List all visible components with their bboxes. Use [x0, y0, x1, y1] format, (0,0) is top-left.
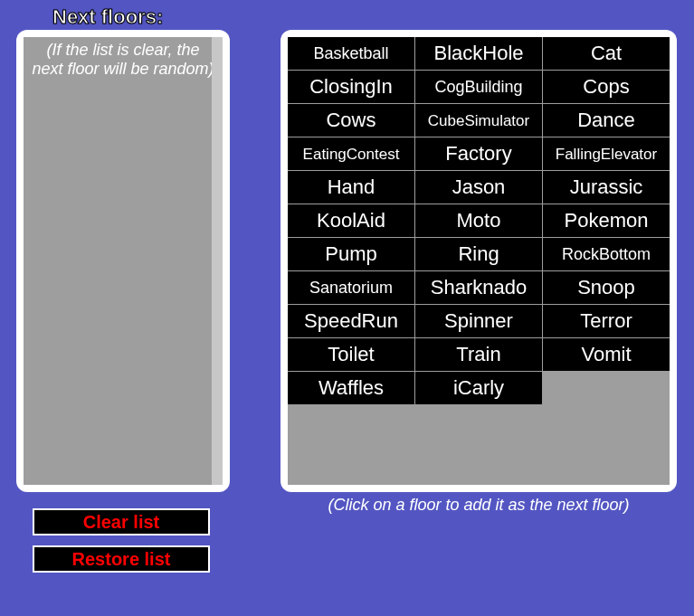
floor-option[interactable]: Sharknado: [415, 271, 542, 304]
floor-option[interactable]: BlackHole: [415, 37, 542, 70]
floor-option[interactable]: Hand: [288, 171, 414, 204]
page-title: Next floors:: [52, 5, 694, 29]
queue-panel: (If the list is clear, the next floor wi…: [16, 30, 230, 492]
queue-list: (If the list is clear, the next floor wi…: [24, 37, 223, 485]
floor-option[interactable]: Waffles: [288, 372, 414, 404]
floor-option[interactable]: Snoop: [543, 271, 670, 304]
floor-option[interactable]: Pokemon: [543, 204, 670, 237]
floor-option[interactable]: Pump: [288, 238, 414, 270]
floor-option[interactable]: Cops: [543, 71, 670, 103]
floor-option[interactable]: Jurassic: [543, 171, 670, 204]
floor-option[interactable]: FallingElevator: [543, 137, 670, 170]
floor-option[interactable]: Terror: [543, 305, 670, 337]
floor-option[interactable]: Basketball: [288, 37, 414, 70]
floor-option[interactable]: SpeedRun: [288, 305, 414, 337]
floor-option[interactable]: Toilet: [288, 338, 414, 371]
floor-picker-panel: BasketballBlackHoleCatClosingInCogBuildi…: [280, 30, 677, 492]
floor-option[interactable]: EatingContest: [288, 137, 414, 170]
clear-list-button[interactable]: Clear list: [33, 508, 210, 535]
restore-list-button[interactable]: Restore list: [33, 545, 210, 573]
floor-option[interactable]: Dance: [543, 104, 670, 137]
floor-option[interactable]: CogBuilding: [415, 71, 542, 103]
floor-option[interactable]: KoolAid: [288, 204, 414, 237]
floor-option[interactable]: Moto: [415, 204, 542, 237]
queue-empty-hint: (If the list is clear, the next floor wi…: [24, 37, 223, 78]
floor-grid: BasketballBlackHoleCatClosingInCogBuildi…: [288, 37, 670, 404]
floor-picker-hint: (Click on a floor to add it as the next …: [280, 496, 677, 515]
floor-option[interactable]: Vomit: [543, 338, 670, 371]
floor-option[interactable]: RockBottom: [543, 238, 670, 270]
floor-option[interactable]: Factory: [415, 137, 542, 170]
floor-option[interactable]: Ring: [415, 238, 542, 270]
floor-option[interactable]: Sanatorium: [288, 271, 414, 304]
floor-option[interactable]: Cows: [288, 104, 414, 137]
floor-option[interactable]: ClosingIn: [288, 71, 414, 103]
floor-option[interactable]: Spinner: [415, 305, 542, 337]
floor-picker-inner: BasketballBlackHoleCatClosingInCogBuildi…: [288, 37, 670, 485]
floor-option[interactable]: Train: [415, 338, 542, 371]
floor-option[interactable]: CubeSimulator: [415, 104, 542, 137]
floor-option[interactable]: Jason: [415, 171, 542, 204]
floor-option[interactable]: iCarly: [415, 372, 542, 404]
floor-option[interactable]: Cat: [543, 37, 670, 70]
scrollbar[interactable]: [212, 37, 223, 485]
